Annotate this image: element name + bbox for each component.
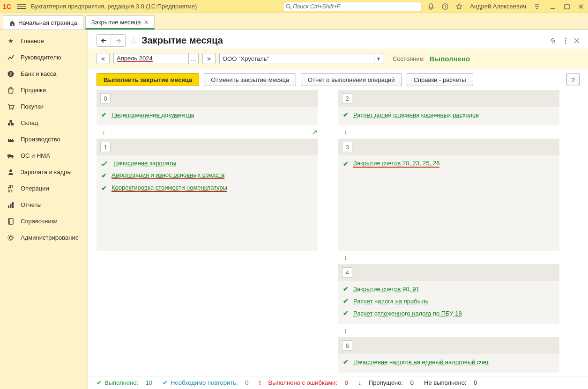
report-button[interactable]: Отчет о выполнении операций [301, 73, 402, 86]
operation-link[interactable]: Расчет долей списания косвенных расходов [353, 111, 479, 118]
svg-point-29 [565, 40, 566, 41]
title-bar: 1С Бухгалтерия предприятия, редакция 3.0… [0, 0, 588, 13]
sidebar-item-reports[interactable]: Отчеты [0, 197, 88, 213]
operation-link[interactable]: Закрытие счетов 90, 91 [353, 286, 419, 293]
stage-1: 1 Начисление зарплаты ✔Амортизация и изн… [97, 139, 318, 251]
tab-home[interactable]: Начальная страница [3, 15, 83, 29]
ruble-icon: ₽ [7, 70, 15, 78]
person-icon [7, 168, 15, 176]
cancel-button[interactable]: Отменить закрытие месяца [204, 73, 296, 86]
sidebar-item-admin[interactable]: Администрирование [0, 229, 88, 246]
page-header: ☆ Закрытие месяца [88, 30, 588, 49]
organization-dropdown-button[interactable]: ▼ [374, 53, 383, 64]
link-icon[interactable] [549, 37, 557, 45]
toolbar: Выполнить закрытие месяца Отменить закры… [88, 68, 588, 90]
bell-icon[interactable] [427, 2, 435, 11]
svg-rect-22 [8, 206, 9, 208]
check-icon: ✔ [343, 309, 349, 317]
maximize-icon[interactable] [563, 2, 571, 11]
sidebar-item-manager[interactable]: Руководителю [0, 49, 88, 66]
check-icon: ✔ [97, 379, 102, 386]
operation-link[interactable]: Расчет отложенного налога по ПБУ 18 [353, 310, 462, 317]
stage-number: 4 [342, 267, 352, 278]
arrow-down-icon: ↓ [338, 324, 559, 337]
check-icon: ✔ [343, 285, 349, 293]
more-icon[interactable] [565, 37, 566, 44]
sidebar-item-label: Продажи [21, 87, 46, 94]
operation-link[interactable]: Начисление налогов на единый налоговый с… [353, 359, 489, 366]
sidebar-item-label: Руководителю [21, 54, 61, 61]
status-skipped: ↓ Пропущено: 0 [358, 379, 414, 386]
tab-month-close[interactable]: Закрытие месяца ✕ [85, 15, 155, 29]
history-icon[interactable] [441, 2, 449, 11]
period-select-button[interactable]: ... [188, 53, 199, 64]
period-next-button[interactable]: > [202, 53, 216, 64]
sidebar-item-assets[interactable]: ОС и НМА [0, 147, 88, 164]
execute-button[interactable]: Выполнить закрытие месяца [97, 73, 199, 86]
global-search[interactable] [283, 2, 421, 11]
sidebar-item-label: Главное [21, 37, 44, 44]
skip-icon: ↓ [358, 379, 362, 386]
stage-number: 2 [342, 93, 352, 103]
search-input[interactable] [292, 3, 419, 10]
star-icon: ★ [7, 37, 15, 45]
check-icon: ✔ [101, 172, 107, 179]
status-errors: ! Выполнено с ошибками: 0 [259, 379, 348, 386]
stage-number: 6 [342, 340, 352, 351]
operation-link[interactable]: Закрытие счетов 20, 23, 25, 26 [353, 160, 439, 168]
nav-back-button[interactable] [97, 35, 111, 46]
arrow-down-icon: ↓ [97, 125, 105, 139]
star-icon[interactable] [455, 2, 463, 11]
stage-3: 3 ✔Закрытие счетов 20, 23, 25, 26 [338, 139, 559, 251]
close-page-icon[interactable] [574, 38, 580, 44]
period-value: Апрель 2024 [117, 55, 153, 62]
sidebar-item-warehouse[interactable]: Склад [0, 115, 88, 131]
check-icon: ✔ [343, 297, 349, 305]
sidebar-item-label: ОС и НМА [21, 152, 50, 159]
sidebar-item-label: Справочники [21, 218, 58, 225]
state-label: Состояние: [393, 55, 424, 62]
sidebar-item-label: Администрирование [21, 234, 79, 241]
period-prev-button[interactable]: < [97, 53, 110, 64]
params-bar: < Апрель 2024 ... > ООО "Хрусталь" ▼ Сос… [88, 49, 588, 68]
svg-point-30 [565, 42, 566, 44]
bag-icon [7, 86, 15, 95]
sidebar: ★Главное Руководителю ₽Банк и касса Прод… [0, 30, 88, 389]
home-icon [9, 20, 15, 26]
cart-icon [7, 103, 15, 111]
help-button[interactable]: ? [566, 73, 580, 86]
sidebar-item-label: Банк и касса [21, 70, 57, 77]
sidebar-item-main[interactable]: ★Главное [0, 33, 88, 49]
sidebar-item-operations[interactable]: ДтКтОперации [0, 180, 88, 197]
app-logo-1c: 1С [3, 3, 13, 10]
operation-link[interactable]: Начисление зарплаты [113, 160, 176, 167]
hamburger-icon[interactable] [17, 2, 26, 11]
svg-point-28 [565, 37, 566, 39]
refs-button[interactable]: Справки - расчеты [407, 73, 473, 86]
settings-menu-icon[interactable] [533, 2, 541, 11]
close-icon[interactable] [577, 2, 585, 11]
period-field[interactable]: Апрель 2024 ... [113, 53, 199, 64]
check-pencil-icon [101, 160, 109, 167]
sidebar-item-production[interactable]: Производство [0, 131, 88, 147]
sidebar-item-hr[interactable]: Зарплата и кадры [0, 164, 88, 180]
operation-link[interactable]: Расчет налога на прибыль [353, 298, 428, 305]
operation-link[interactable]: Перепроведение документов [112, 111, 194, 118]
username[interactable]: Андрей Алексеевич [470, 3, 526, 10]
nav-buttons [97, 34, 126, 47]
minimize-icon[interactable] [549, 2, 557, 11]
nav-forward-button[interactable] [111, 35, 125, 46]
sidebar-item-sales[interactable]: Продажи [0, 82, 88, 98]
organization-value: ООО "Хрусталь" [223, 55, 269, 62]
operation-link[interactable]: Корректировка стоимости номенклатуры [112, 184, 227, 192]
operation-link[interactable]: Амортизация и износ основных средств [112, 171, 224, 179]
sidebar-item-purchases[interactable]: Покупки [0, 98, 88, 115]
alert-icon: ! [259, 379, 261, 386]
sidebar-item-label: Склад [21, 119, 38, 126]
favorite-star-icon[interactable]: ☆ [129, 35, 138, 46]
sidebar-item-catalogs[interactable]: Справочники [0, 213, 88, 229]
organization-field[interactable]: ООО "Хрусталь" ▼ [219, 53, 383, 64]
svg-text:₽: ₽ [9, 72, 13, 77]
sidebar-item-bank[interactable]: ₽Банк и касса [0, 66, 88, 82]
tab-close-icon[interactable]: ✕ [144, 19, 149, 26]
